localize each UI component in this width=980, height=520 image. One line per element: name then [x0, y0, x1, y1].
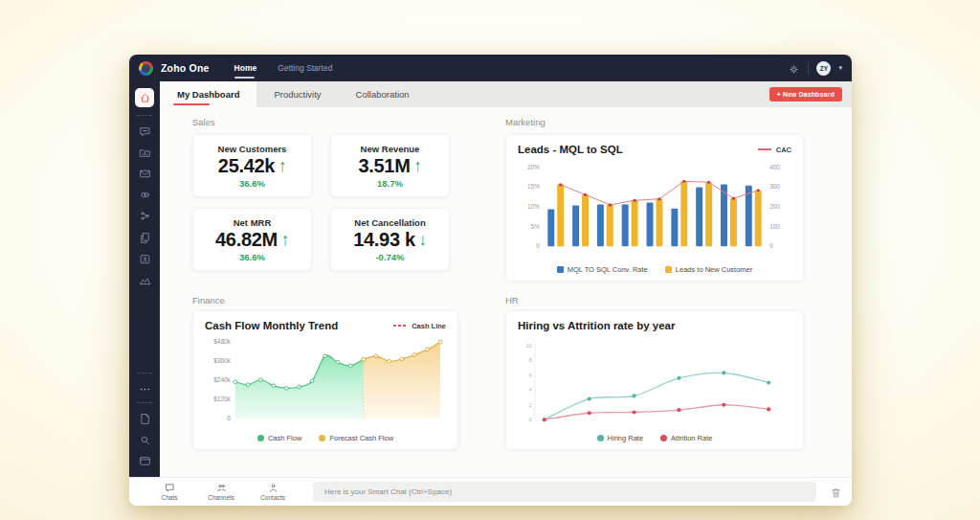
svg-text:$360k: $360k [213, 357, 231, 364]
kpi-label: New Revenue [361, 144, 420, 154]
trash-icon[interactable] [830, 486, 842, 498]
legend-swatch-icon [665, 266, 672, 273]
top-nav: Home Getting Started [234, 55, 333, 81]
tab-label: My Dashboard [177, 89, 239, 100]
topbar: Zoho One Home Getting Started ZY ▾ [129, 55, 852, 81]
sidebar-item-docs[interactable] [139, 412, 151, 424]
svg-text:$240k: $240k [213, 376, 231, 383]
sidebar-item-people[interactable] [139, 252, 151, 264]
legend-item: Attrition Rate [660, 434, 712, 442]
sidebar-item-share[interactable] [139, 209, 151, 221]
contacts-label: Contacts [260, 494, 285, 501]
chevron-down-icon[interactable]: ▾ [838, 64, 842, 72]
sidebar-item-chat[interactable] [139, 124, 151, 137]
divider [137, 115, 152, 116]
svg-text:10: 10 [526, 343, 532, 349]
search-icon [139, 434, 151, 446]
svg-text:10%: 10% [527, 203, 540, 210]
kpi-value: 46.82M [215, 229, 278, 251]
chats-button[interactable]: Chats [146, 483, 192, 501]
new-dashboard-button[interactable]: + New Dashboard [769, 87, 842, 102]
legend-item: Leads to New Customer [665, 265, 752, 274]
svg-text:20%: 20% [527, 164, 540, 170]
kpi-value: 3.51M [358, 155, 410, 177]
svg-text:15%: 15% [527, 183, 540, 190]
nav-getting-started[interactable]: Getting Started [278, 55, 332, 81]
svg-text:0: 0 [769, 242, 773, 249]
chart-title: Cash Flow Monthly Trend [205, 320, 338, 331]
nav-home[interactable]: Home [234, 55, 257, 81]
legend-item: Cash Flow [257, 434, 301, 442]
chart-title: Hiring vs Attrition rate by year [518, 320, 675, 331]
legend-swatch-icon [319, 435, 325, 441]
dashed-line-swatch-icon [393, 325, 407, 327]
dashboard-tabbar: My Dashboard Productivity Collaboration … [160, 81, 852, 107]
kpi-card-net-cancellation: Net Cancellation 14.93 k↓ -0.74% [330, 208, 450, 271]
tab-productivity[interactable]: Productivity [256, 81, 338, 107]
sidebar-item-home[interactable] [135, 88, 154, 107]
chats-label: Chats [162, 494, 178, 501]
svg-text:100: 100 [769, 223, 780, 230]
up-arrow-icon: ↑ [414, 157, 422, 174]
legend-swatch-icon [660, 435, 667, 441]
channels-label: Channels [208, 494, 234, 501]
svg-text:$120k: $120k [213, 396, 231, 402]
svg-text:0: 0 [227, 415, 231, 421]
kpi-label: Net MRR [234, 217, 272, 228]
svg-text:5%: 5% [531, 223, 541, 230]
legend-item: MQL TO SQL Conv. Rate [557, 265, 648, 274]
sidebar-item-search[interactable] [139, 433, 151, 445]
sidebar-item-notes[interactable] [139, 231, 151, 243]
links-icon [139, 189, 151, 201]
document-icon [139, 413, 151, 425]
chart-legend: Cash FlowForecast Cash Flow [205, 432, 446, 443]
line-swatch-icon [758, 148, 771, 150]
svg-text:2: 2 [529, 402, 532, 408]
settings-gear-icon[interactable] [788, 62, 800, 75]
divider [137, 402, 152, 403]
kpi-change: 18.7% [377, 178, 403, 189]
kpi-card-net-mrr: Net MRR 46.82M↑ 36.6% [192, 208, 312, 271]
chart-legend: MQL TO SQL Conv. RateLeads to New Custom… [518, 263, 791, 275]
smart-chat-input[interactable] [313, 482, 816, 502]
svg-text:4: 4 [529, 387, 532, 393]
legend-swatch-icon [597, 435, 604, 441]
section-title-finance: Finance [192, 295, 225, 305]
folder-chart-icon [139, 147, 151, 159]
legend-item: Hiring Rate [597, 434, 644, 442]
tab-collaboration[interactable]: Collaboration [339, 81, 427, 107]
kpi-value: 14.93 k [353, 229, 415, 251]
comments-icon [139, 125, 151, 138]
finance-area-chart: 0$120k$240k$360k$480k [205, 333, 446, 432]
home-icon [140, 93, 150, 103]
sidebar-item-more[interactable] [139, 382, 151, 395]
analytics-icon [139, 274, 151, 286]
chart-title: Leads - MQL to SQL [518, 144, 623, 155]
active-tab-underline [173, 103, 210, 105]
chat-bubble-icon [165, 483, 175, 493]
sidebar-item-links[interactable] [139, 188, 151, 200]
box-user-icon [139, 253, 151, 265]
share-icon [139, 210, 151, 222]
legend-swatch-icon [557, 266, 564, 273]
marketing-chart-card: Leads - MQL to SQL CAC 05%10%15%20%01002… [505, 134, 804, 282]
user-avatar[interactable]: ZY [816, 61, 831, 76]
finance-chart-card: Cash Flow Monthly Trend Cash Line 0$120k… [192, 310, 458, 450]
sidebar-item-projects[interactable] [139, 146, 151, 158]
sidebar-item-analytics[interactable] [139, 273, 151, 285]
section-title-sales: Sales [192, 117, 215, 127]
legend-label: CAC [776, 146, 791, 154]
legend-swatch-icon [257, 435, 264, 441]
legend-item: Forecast Cash Flow [319, 434, 393, 442]
kpi-change: 36.6% [239, 178, 265, 189]
zoho-logo-icon [139, 61, 153, 76]
sidebar-item-mail[interactable] [139, 167, 151, 179]
app-window: Zoho One Home Getting Started ZY ▾ [129, 55, 852, 506]
kpi-value: 25.42k [218, 155, 275, 177]
contacts-button[interactable]: Contacts [250, 483, 296, 501]
channels-button[interactable]: Channels [198, 483, 244, 501]
tab-my-dashboard[interactable]: My Dashboard [160, 81, 256, 107]
svg-text:$480k: $480k [213, 338, 231, 345]
kpi-card-new-revenue: New Revenue 3.51M↑ 18.7% [330, 134, 450, 197]
sidebar-item-apps[interactable] [139, 454, 151, 466]
